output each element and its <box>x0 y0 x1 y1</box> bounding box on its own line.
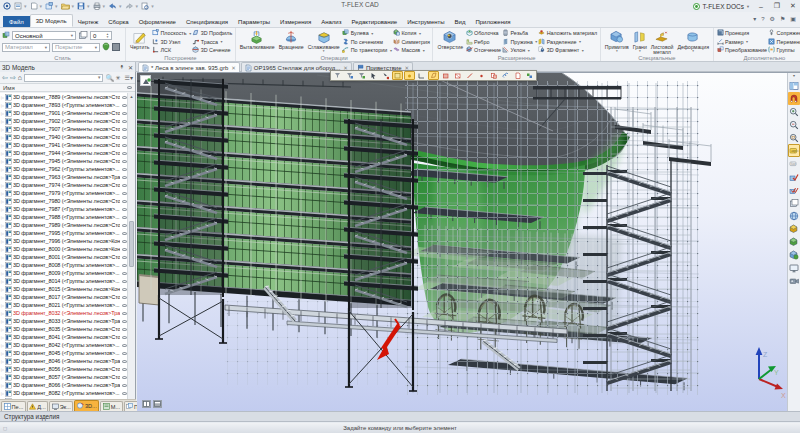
tree-item[interactable]: ▷3D фрагмент_7941 (<Элементы лесов>Сто..… <box>0 141 128 149</box>
maximize-button[interactable]: ❐ <box>772 2 782 10</box>
ribbon-tab-параметры[interactable]: Параметры <box>233 16 275 27</box>
help-icon[interactable]: ? <box>761 16 764 22</box>
material-combo[interactable]: Материал▾ <box>2 43 50 52</box>
ribbon-button-slope[interactable]: Уклон▾ <box>502 46 537 55</box>
ribbon-button-primitive[interactable]: Примитив▾ <box>603 29 631 55</box>
tree-item[interactable]: ▷3D фрагмент_8032 (<Элементы лесов>Тра..… <box>0 309 128 317</box>
ribbon-button-blend[interactable]: Сглаживание▾ <box>306 29 342 55</box>
dropdown-arrow-icon[interactable]: ▾ <box>87 3 90 9</box>
pin-icon[interactable]: 🖈 <box>119 64 125 70</box>
camera-icon[interactable] <box>788 274 800 287</box>
minimize-button[interactable]: – <box>756 3 766 10</box>
filter-face-red-icon[interactable] <box>452 71 463 80</box>
ribbon-button-deform[interactable]: Деформация▾ <box>675 29 711 55</box>
tree-item[interactable]: ▷3D фрагмент_8017 (<Элементы лесов>Сто..… <box>0 293 128 301</box>
filter-link-icon[interactable] <box>500 71 511 80</box>
filter-body-red-icon[interactable] <box>440 71 451 80</box>
tree-item[interactable]: ▷3D фрагмент_8066 (<Элементы лесов>Тра..… <box>0 381 128 389</box>
print-icon[interactable] <box>93 1 101 11</box>
filter-all-icon[interactable] <box>332 71 343 80</box>
ribbon-tab-анализ[interactable]: Анализ <box>316 16 346 27</box>
split-horizontal-icon[interactable] <box>153 400 162 408</box>
settings-gear-icon[interactable]: ⚙ <box>770 15 775 22</box>
filter-point-icon[interactable] <box>404 71 415 80</box>
ribbon-tab-приложения[interactable]: Приложения <box>470 16 515 27</box>
viewport-3d[interactable]: ZYX ▾экрбок <box>137 72 800 411</box>
ribbon-button-sheet[interactable]: Листовой металл <box>649 29 676 55</box>
close-button[interactable]: ✕ <box>788 2 798 10</box>
ribbon-tab-сборка[interactable]: Сборка <box>103 16 134 27</box>
ribbon-tab-оформление[interactable]: Оформление <box>134 16 181 27</box>
ribbon-button-array[interactable]: Массив▾ <box>393 46 430 55</box>
zoom-selection-icon[interactable]: бок <box>788 157 800 170</box>
tree-item[interactable]: ▷3D фрагмент_8035 (<Элементы лесов>Сто..… <box>0 325 128 333</box>
style-combo[interactable]: Основной▾ <box>12 31 76 40</box>
tree-item[interactable]: ▷3D фрагмент_8009 (<Группы элементов>... <box>0 269 128 277</box>
tree-item[interactable]: ▷3D фрагмент_8021 (<Группы элементов>... <box>0 301 128 309</box>
ribbon-button-mates[interactable]: Сопряжения▾ <box>768 29 800 38</box>
filter-operation-icon[interactable] <box>524 71 535 80</box>
ribbon-tab-спецификация[interactable]: Спецификация <box>181 16 233 27</box>
filter-axis-icon[interactable] <box>416 71 427 80</box>
tree-item[interactable]: ▷3D фрагмент_7995 (<Группы элементов>... <box>0 229 128 237</box>
tree-item[interactable]: ▷3D фрагмент_8000 (<Элементы лесов>Кон..… <box>0 245 128 253</box>
filter-vertex-red-icon[interactable] <box>476 71 487 80</box>
ribbon-button-groups[interactable]: Группы <box>768 46 800 55</box>
dropdown-arrow-icon[interactable]: ▾ <box>24 3 27 9</box>
zoom-window-icon[interactable] <box>788 131 800 144</box>
tree-item[interactable]: ▷3D фрагмент_8056 (<Элементы лесов>Сто..… <box>0 365 128 373</box>
tree-item[interactable]: ▷3D фрагмент_7963 (<Элементы лесов>Тра..… <box>0 173 128 181</box>
dropdown-arrow-icon[interactable]: ▾ <box>72 3 75 9</box>
app-menu-icon[interactable] <box>3 1 11 11</box>
layers-icon[interactable] <box>788 196 800 209</box>
ribbon-button-faces[interactable]: Грани▾ <box>631 29 649 55</box>
dropdown-arrow-icon[interactable]: ▾ <box>40 3 43 9</box>
tree-item[interactable]: ▷3D фрагмент_8033 (<Элементы лесов>Тра..… <box>0 317 128 325</box>
tree-item[interactable]: ▷3D фрагмент_8045 (<Группы элементов>... <box>0 349 128 357</box>
ribbon-button-route[interactable]: Трасса▾ <box>192 38 232 47</box>
search-options-icon[interactable]: ✳ <box>116 74 121 81</box>
ribbon-tab-вид[interactable]: Вид <box>450 16 471 27</box>
select-arrow-icon[interactable] <box>368 71 379 80</box>
ribbon-button-node[interactable]: 3D Узел <box>152 38 191 47</box>
ribbon-tab-измерения[interactable]: Измерения <box>275 16 316 27</box>
new-document-icon[interactable] <box>30 1 38 11</box>
tree-item[interactable]: ▷3D фрагмент_7893 (<Группы элементов>... <box>0 101 128 109</box>
ribbon-tab-редактирование[interactable]: Редактирование <box>346 16 402 27</box>
ribbon-button-sweep[interactable]: По траектории▾ <box>342 46 392 55</box>
ribbon-button-boolean[interactable]: Булева▾ <box>342 29 392 38</box>
tree-item[interactable]: ▷3D фрагмент_7902 (<Элементы лесов>Сто..… <box>0 117 128 125</box>
ribbon-button-variables[interactable]: Переменные <box>768 38 800 47</box>
ribbon-button-revolve[interactable]: Вращение <box>277 29 306 55</box>
tree-item[interactable]: ▷3D фрагмент_8015 (<Элементы лесов>Кон..… <box>0 285 128 293</box>
tree-item[interactable]: ▷3D фрагмент_7988 (<Группы элементов>... <box>0 213 128 221</box>
ribbon-button-cut[interactable]: Отсечение <box>466 46 501 55</box>
coating-combo[interactable]: Покрытие▾ <box>52 43 100 52</box>
flag-icon[interactable]: ⚑ <box>780 15 785 22</box>
dropdown-arrow-icon[interactable]: ▾ <box>119 3 122 9</box>
ribbon-button-copy[interactable]: Копия▾ <box>393 29 430 38</box>
ribbon-button-projection[interactable]: Проекция <box>717 29 768 38</box>
display-mode-icon[interactable] <box>788 248 800 261</box>
tree-scrollbar[interactable]: ▲ ▼ <box>127 93 135 405</box>
dropdown-arrow-icon[interactable]: ▾ <box>136 3 139 9</box>
tab-close-icon[interactable]: ✕ <box>231 65 236 71</box>
tree-item[interactable]: ▷3D фрагмент_8008 (<Группы элементов>... <box>0 261 128 269</box>
ribbon-button-dimension[interactable]: Размер▾ <box>717 38 768 47</box>
zoom-out-icon[interactable] <box>788 118 800 131</box>
panel-tab-0[interactable]: Пе... <box>1 401 26 411</box>
globe-icon[interactable] <box>788 209 800 222</box>
document-tab-0[interactable]: * Леса в элинге зав. 935.grb✕ <box>138 62 240 72</box>
ribbon-button-divide[interactable]: Разделение▾ <box>538 38 597 47</box>
tree-item[interactable]: ▷3D фрагмент_7989 (<Элементы лесов>Сто..… <box>0 221 128 229</box>
filter-profile-icon[interactable] <box>428 71 439 80</box>
filter-faces-icon[interactable] <box>356 71 367 80</box>
filter-fragment-red-icon[interactable] <box>488 71 499 80</box>
ribbon-button-material[interactable]: Наложить материал <box>538 29 597 38</box>
menu-list-icon[interactable] <box>14 1 22 11</box>
ribbon-button-spring[interactable]: Пружина▾ <box>502 38 537 47</box>
redo-icon[interactable] <box>125 1 134 11</box>
tree-item[interactable]: ▷3D фрагмент_8041 (<Элементы лесов>Сто..… <box>0 333 128 341</box>
scroll-up-icon[interactable]: ▲ <box>128 93 135 100</box>
filter-edge-red-icon[interactable] <box>464 71 475 80</box>
